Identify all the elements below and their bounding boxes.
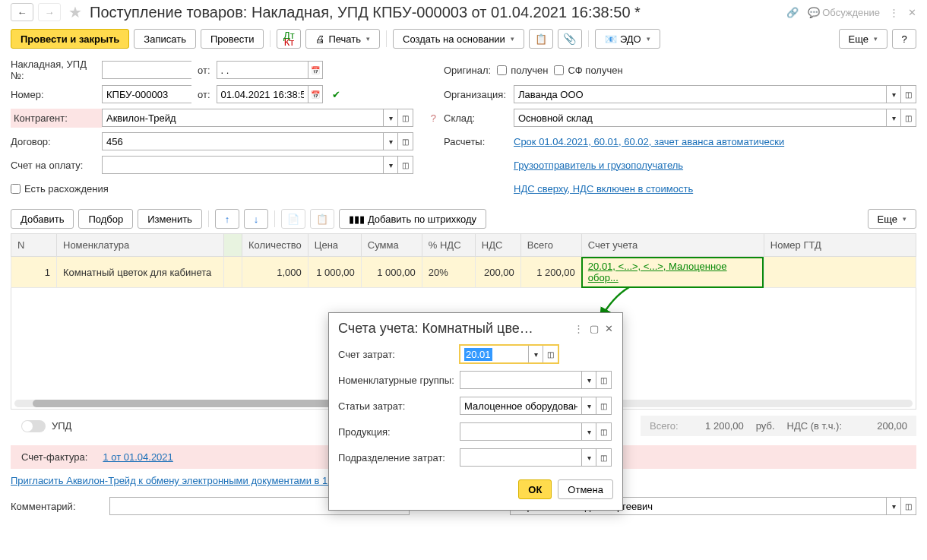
nomen-group-input[interactable] (460, 371, 581, 389)
calc-link[interactable]: Срок 01.04.2021, 60.01, 60.02, зачет ава… (514, 136, 784, 147)
save-button[interactable]: Записать (134, 29, 196, 49)
move-up-button[interactable]: ↑ (215, 209, 239, 229)
create-based-button[interactable]: Создать на основании▾ (393, 29, 524, 49)
paste-button[interactable]: 📋 (310, 209, 334, 229)
col-vat[interactable]: НДС (475, 234, 520, 257)
dropdown-icon[interactable]: ▾ (383, 109, 398, 127)
dropdown-icon[interactable]: ▾ (528, 345, 543, 363)
link-icon[interactable]: 🔗 (786, 7, 799, 18)
open-icon[interactable]: ◫ (596, 448, 612, 467)
sf-received-checkbox[interactable]: СФ получен (554, 65, 622, 76)
dropdown-icon[interactable]: ▾ (383, 132, 398, 150)
account-cell[interactable]: 20.01, <...>, <...>, Малоценное обор... (581, 257, 764, 288)
vat-link[interactable]: НДС сверху, НДС включен в стоимость (514, 183, 693, 195)
edo-button[interactable]: 📧 ЭДО▾ (595, 29, 660, 49)
open-icon[interactable]: ◫ (901, 85, 916, 103)
col-price[interactable]: Цена (308, 234, 361, 257)
dropdown-icon[interactable]: ▾ (581, 422, 596, 441)
col-sum[interactable]: Сумма (361, 234, 422, 257)
popup-cancel-button[interactable]: Отмена (558, 479, 613, 499)
calendar-icon[interactable]: 📅 (308, 85, 323, 103)
popup-ok-button[interactable]: ОК (518, 479, 552, 499)
dropdown-icon[interactable]: ▾ (581, 448, 596, 467)
doc-date-input[interactable] (217, 85, 308, 103)
shipper-link[interactable]: Грузоотправитель и грузополучатель (514, 160, 683, 171)
dept-input[interactable] (460, 448, 581, 467)
status-ok-icon: ✔ (332, 89, 340, 100)
favorite-star-icon[interactable]: ★ (68, 3, 82, 21)
open-icon[interactable]: ◫ (398, 132, 413, 150)
register-button[interactable]: 📋 (529, 29, 553, 49)
help-icon[interactable]: ? (431, 112, 436, 124)
goods-table[interactable]: N Номенклатура Количество Цена Сумма % Н… (11, 233, 916, 288)
invoice-date-input[interactable] (217, 61, 308, 79)
col-n[interactable]: N (11, 234, 57, 257)
invite-edo-link[interactable]: Пригласить Аквилон-Трейд к обмену электр… (11, 475, 359, 486)
help-button[interactable]: ? (892, 29, 916, 49)
col-gtd[interactable]: Номер ГТД (764, 234, 916, 257)
dropdown-icon[interactable]: ▾ (886, 497, 901, 515)
popup-maximize-icon[interactable]: ▢ (590, 323, 599, 334)
col-total[interactable]: Всего (520, 234, 581, 257)
barcode-button[interactable]: ▮▮▮ Добавить по штрихкоду (339, 209, 486, 229)
dropdown-icon[interactable]: ▾ (383, 156, 398, 174)
page-title: Поступление товаров: Накладная, УПД КПБУ… (90, 4, 782, 21)
open-icon[interactable]: ◫ (398, 156, 413, 174)
col-vat-pct[interactable]: % НДС (422, 234, 475, 257)
contract-input[interactable] (102, 132, 383, 150)
col-account[interactable]: Счет учета (581, 234, 764, 257)
open-icon[interactable]: ◫ (596, 397, 612, 415)
received-checkbox[interactable]: получен (497, 65, 548, 76)
dt-kt-button[interactable]: ДтКт (277, 29, 301, 49)
open-icon[interactable]: ◫ (901, 497, 916, 515)
dropdown-icon[interactable]: ▾ (581, 371, 596, 389)
dropdown-icon[interactable]: ▾ (886, 85, 901, 103)
more-button[interactable]: Еще▾ (839, 29, 887, 49)
org-input[interactable] (514, 85, 886, 103)
calendar-icon[interactable]: 📅 (308, 61, 323, 79)
close-icon[interactable]: ✕ (908, 7, 916, 18)
popup-close-icon[interactable]: ✕ (605, 323, 613, 334)
nav-forward-button[interactable]: → (38, 3, 61, 21)
select-button[interactable]: Подбор (78, 209, 133, 229)
post-button[interactable]: Провести (201, 29, 264, 49)
sf-link[interactable]: 1 от 01.04.2021 (103, 451, 172, 463)
change-button[interactable]: Изменить (138, 209, 202, 229)
col-qty[interactable]: Количество (242, 234, 308, 257)
discrepancy-checkbox[interactable]: Есть расхождения (11, 183, 436, 195)
comment-label: Комментарий: (11, 501, 102, 512)
dropdown-icon[interactable]: ▾ (581, 397, 596, 415)
table-more-button[interactable]: Еще▾ (868, 209, 916, 229)
move-down-button[interactable]: ↓ (244, 209, 268, 229)
print-button[interactable]: 🖨 Печать▾ (305, 29, 380, 49)
col-nomen[interactable]: Номенклатура (57, 234, 224, 257)
open-icon[interactable]: ◫ (596, 422, 612, 441)
invoice-no-input[interactable] (102, 61, 191, 79)
col-flag[interactable] (224, 234, 242, 257)
copy-button[interactable]: 📄 (281, 209, 305, 229)
upd-toggle[interactable] (21, 420, 46, 432)
cost-item-input[interactable] (460, 397, 581, 415)
upd-label: УПД (52, 420, 71, 432)
open-icon[interactable]: ◫ (398, 109, 413, 127)
from-label-1: от: (198, 65, 210, 76)
open-icon[interactable]: ◫ (901, 109, 916, 127)
invoice-pay-input[interactable] (102, 156, 383, 174)
cost-account-input[interactable]: 20.01 (460, 345, 528, 363)
nav-back-button[interactable]: ← (11, 3, 33, 21)
table-row[interactable]: 1 Комнатный цветок для кабинета 1,000 1 … (11, 257, 916, 288)
warehouse-input[interactable] (514, 109, 886, 127)
add-row-button[interactable]: Добавить (11, 209, 74, 229)
attachment-button[interactable]: 📎 (558, 29, 582, 49)
number-input[interactable] (102, 85, 191, 103)
dropdown-icon[interactable]: ▾ (886, 109, 901, 127)
popup-menu-icon[interactable]: ⋮ (574, 323, 584, 334)
post-and-close-button[interactable]: Провести и закрыть (11, 29, 129, 49)
open-icon[interactable]: ◫ (596, 371, 612, 389)
accounts-popup: Счета учета: Комнатный цве… ⋮ ▢ ✕ Счет з… (328, 312, 623, 511)
kebab-menu-icon[interactable]: ⋮ (889, 7, 899, 18)
open-icon[interactable]: ◫ (543, 345, 558, 363)
product-input[interactable] (460, 422, 581, 441)
contragent-input[interactable] (102, 109, 383, 127)
discussion-button[interactable]: 💬 Обсуждение (808, 7, 880, 18)
